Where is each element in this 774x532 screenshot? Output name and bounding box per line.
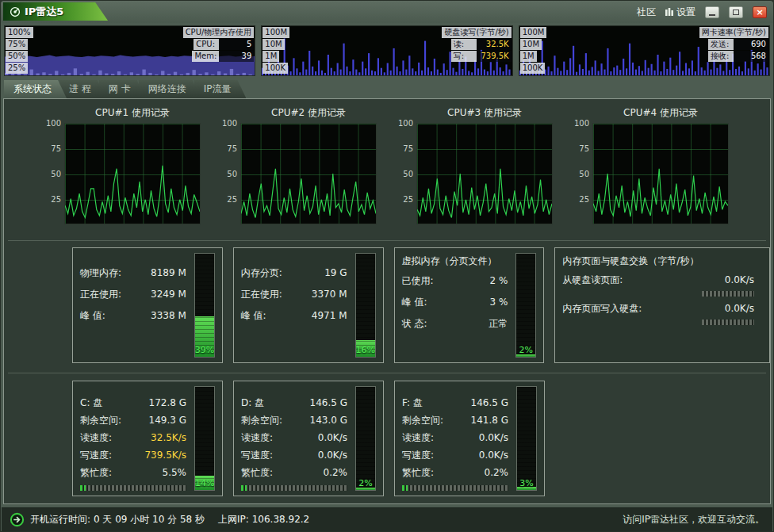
field-value: 3249 M (151, 284, 186, 305)
disk-f-gauge: 3% (516, 386, 537, 491)
gauge-percent-label: 16% (356, 345, 375, 355)
minimize-icon (709, 14, 715, 16)
page-write-bar (702, 320, 754, 325)
field-value: 0.0K/s (479, 429, 508, 446)
community-notice: 访问IP雷达社区，欢迎互动交流。 (623, 513, 764, 526)
panel-title: 虚拟内存（分页文件） (402, 253, 508, 269)
y-tick: 25% (6, 63, 28, 74)
ip-label: 上网IP: (218, 514, 249, 525)
disk-c-gauge: 14% (194, 386, 215, 491)
cpu3-chart-group: CPU#3 使用记录 100 75 50 25 (397, 104, 553, 224)
cpu-memory-strip: 100% 75% 50% 25% CPU/物理内存使用 CPU:5 Mem:39 (4, 25, 255, 76)
y-tick: 75% (6, 39, 28, 50)
field-label: 正在使用: (241, 284, 282, 305)
community-link[interactable]: 社区 (637, 6, 656, 19)
y-tick: 10M (262, 39, 284, 50)
field-value: 3338 M (151, 305, 186, 327)
strip-stats: CPU:5 Mem:39 (192, 39, 254, 63)
field-label: 从硬盘读页面: (562, 270, 623, 289)
field-value: 146.5 G (471, 394, 508, 411)
gauge-percent-label: 39% (195, 345, 214, 355)
field-value: 正常 (489, 313, 508, 335)
y-tick: 100M (520, 27, 547, 38)
disk-panel-c: C: 盘172.8 G 剩余空间:149.3 G 读速度:32.5K/s 写速度… (72, 381, 223, 496)
field-label: 内存分页: (241, 262, 282, 284)
strip-y-axis: 100M 10M 1M 100K (262, 27, 289, 75)
disk-panel-d: D: 盘146.5 G 剩余空间:143.0 G 读速度:0.0K/s 写速度:… (233, 381, 384, 496)
y-tick: 100K (262, 63, 288, 74)
stat-label: 发送: (708, 39, 734, 50)
disk-busy-bar (241, 485, 347, 491)
page-read-bar (702, 291, 754, 297)
field-label: C: 盘 (80, 394, 102, 411)
disk-d-gauge: 2% (355, 386, 376, 491)
tab-system-status[interactable]: 系统状态 (4, 80, 67, 98)
physical-memory-panel: 物理内存:8189 M 正在使用:3249 M 峰 值:3338 M 39% (72, 247, 223, 363)
field-value: 0.0K/s (479, 446, 508, 464)
cpu4-usage-chart (592, 123, 729, 224)
strip-y-axis: 100M 10M 1M 100K (520, 27, 547, 75)
y-tick: 100M (262, 27, 289, 38)
field-value: 141.8 G (471, 411, 508, 429)
field-value: 2 % (489, 270, 508, 292)
field-value: 4971 M (312, 305, 347, 327)
y-tick: 50% (6, 51, 28, 62)
ip-value: 106.38.92.2 (252, 514, 310, 525)
field-value: 0.0K/s (318, 429, 347, 446)
minimize-button[interactable] (705, 6, 719, 18)
stat-label: CPU: (194, 39, 219, 50)
field-label: 峰 值: (402, 292, 427, 313)
app-logo-badge: IP雷达5 (3, 2, 108, 21)
section-divider (8, 373, 766, 373)
cpu-chart-title: CPU#2 使用记录 (240, 106, 377, 120)
field-label: 峰 值: (241, 305, 266, 327)
field-label: 内存页面写入硬盘: (562, 299, 642, 318)
status-bar: 开机运行时间: 0 天 09 小时 10 分 58 秒 上网IP: 106.38… (2, 507, 772, 531)
virtual-memory-gauge: 2% (515, 253, 536, 358)
settings-link[interactable]: 设置 (665, 6, 695, 19)
stat-value: 39 (219, 51, 254, 62)
maximize-button[interactable] (729, 6, 743, 18)
cpu3-usage-chart (416, 123, 553, 224)
strip-title: CPU/物理内存使用 (183, 27, 255, 38)
y-tick: 1M (262, 51, 279, 62)
tab-bar: 系统状态 进 程 网 卡 网络连接 IP流量 (4, 80, 239, 98)
radar-logo-icon (10, 6, 21, 17)
cpu-chart-title: CPU#1 使用记录 (64, 106, 201, 120)
settings-icon (665, 8, 673, 16)
field-label: 状 态: (402, 313, 427, 335)
cpu-y-axis: 100 75 50 25 (221, 123, 240, 224)
stat-label: 读: (451, 39, 477, 50)
maximize-icon (733, 10, 739, 15)
tab-network-connections[interactable]: 网络连接 (139, 80, 201, 98)
disk-panels-row: C: 盘172.8 G 剩余空间:149.3 G 读速度:32.5K/s 写速度… (4, 381, 770, 496)
title-bar[interactable]: IP雷达5 社区 设置 × (1, 1, 773, 23)
field-value: 19 G (324, 262, 347, 284)
field-label: 写速度: (80, 446, 112, 464)
field-value: 8189 M (151, 262, 186, 284)
uptime-icon (10, 512, 25, 527)
field-label: 峰 值: (80, 305, 105, 327)
field-label: D: 盘 (241, 394, 264, 411)
field-value: 3370 M (312, 284, 347, 305)
disk-busy-bar (80, 485, 186, 491)
field-value: 3 % (489, 292, 508, 313)
tab-ip-traffic[interactable]: IP流量 (194, 80, 247, 98)
physical-memory-gauge: 39% (194, 253, 215, 358)
settings-label: 设置 (676, 6, 695, 19)
field-value: 0.2% (485, 464, 509, 481)
cpu-chart-title: CPU#3 使用记录 (416, 106, 553, 120)
memory-panels-row: 物理内存:8189 M 正在使用:3249 M 峰 值:3338 M 39% 内… (4, 247, 770, 363)
field-label: 已使用: (402, 270, 434, 292)
close-button[interactable]: × (753, 6, 767, 18)
field-label: 写速度: (402, 446, 434, 464)
cpu2-chart-group: CPU#2 使用记录 100 75 50 25 (221, 104, 377, 224)
field-label: 繁忙度: (241, 464, 273, 481)
app-window: IP雷达5 社区 设置 × 100% 75% 50% 25% (0, 0, 774, 532)
stat-value: 5 (219, 39, 254, 50)
y-tick: 10M (520, 39, 542, 50)
top-chart-strips: 100% 75% 50% 25% CPU/物理内存使用 CPU:5 Mem:39… (4, 25, 770, 76)
field-value: 146.5 G (310, 394, 347, 411)
cpu1-chart-group: CPU#1 使用记录 100 75 50 25 (45, 104, 201, 224)
y-tick: 100K (520, 63, 546, 74)
